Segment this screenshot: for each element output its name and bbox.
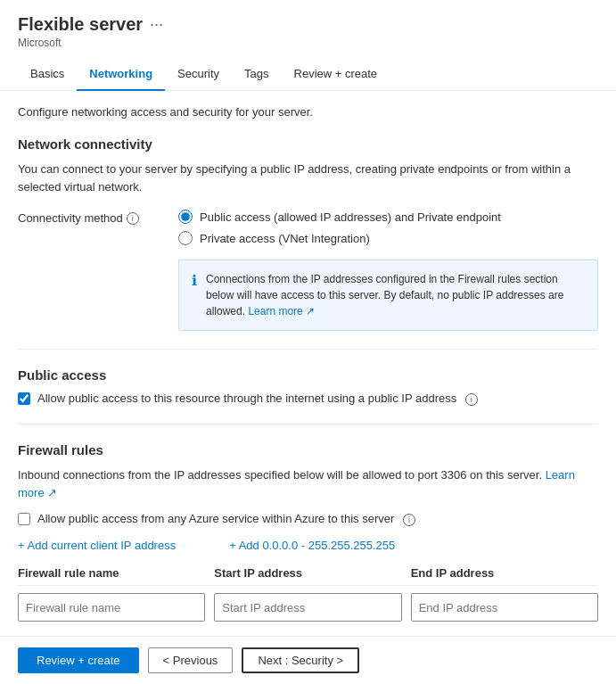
more-options-icon[interactable]: ··· (150, 15, 163, 34)
public-access-checkbox-row: Allow public access to this resource thr… (18, 391, 598, 406)
next-button[interactable]: Next : Security > (242, 647, 359, 673)
col-header-end: End IP address (411, 566, 598, 580)
add-client-ip-link[interactable]: + Add current client IP address (18, 539, 176, 552)
tab-basics[interactable]: Basics (18, 58, 77, 91)
page-header: Flexible server ··· Microsoft (0, 0, 616, 49)
col-header-name: Firewall rule name (18, 566, 205, 580)
review-create-button[interactable]: Review + create (18, 647, 139, 673)
connectivity-method-row: Connectivity method i Public access (all… (18, 210, 598, 245)
col-header-start: Start IP address (214, 566, 401, 580)
firewall-rule-name-input[interactable] (18, 593, 205, 622)
divider-1 (18, 349, 598, 350)
public-access-title: Public access (18, 367, 598, 383)
allow-azure-checkbox-row: Allow public access from any Azure servi… (18, 512, 598, 526)
public-access-section: Public access Allow public access to thi… (18, 367, 598, 406)
tab-review-create[interactable]: Review + create (282, 58, 390, 91)
previous-button[interactable]: < Previous (148, 647, 234, 673)
page-description: Configure networking access and security… (18, 105, 598, 119)
tab-security[interactable]: Security (165, 58, 232, 91)
info-box-text: Connections from the IP addresses config… (206, 271, 585, 319)
allow-azure-label[interactable]: Allow public access from any Azure servi… (37, 512, 415, 526)
end-ip-input[interactable] (411, 593, 598, 622)
firewall-section: Firewall rules Inbound connections from … (18, 442, 598, 622)
add-range-link[interactable]: + Add 0.0.0.0 - 255.255.255.255 (229, 539, 395, 552)
divider-2 (18, 424, 598, 424)
firewall-table-header: Firewall rule name Start IP address End … (18, 566, 598, 586)
firewall-table: Firewall rule name Start IP address End … (18, 566, 598, 622)
network-connectivity-title: Network connectivity (18, 136, 598, 152)
firewall-title: Firewall rules (18, 442, 598, 457)
tab-bar: Basics Networking Security Tags Review +… (0, 58, 616, 91)
network-connectivity-description: You can connect to your server by specif… (18, 161, 598, 195)
page-title: Flexible server (18, 14, 143, 35)
learn-more-link-connectivity[interactable]: Learn more ↗ (248, 305, 315, 317)
footer: Review + create < Previous Next : Securi… (0, 636, 616, 684)
radio-private-access[interactable]: Private access (VNet Integration) (178, 231, 501, 245)
allow-azure-checkbox[interactable] (18, 513, 30, 525)
firewall-input-row (18, 593, 598, 622)
firewall-info-box: ℹ Connections from the IP addresses conf… (178, 260, 598, 331)
provider-label: Microsoft (18, 37, 598, 49)
allow-azure-info-icon[interactable]: i (403, 514, 415, 526)
public-access-info-icon[interactable]: i (465, 393, 478, 406)
connectivity-info-icon[interactable]: i (127, 212, 139, 225)
main-content: Configure networking access and security… (0, 91, 616, 684)
connectivity-options: Public access (allowed IP addresses) and… (178, 210, 501, 245)
add-links-row: + Add current client IP address + Add 0.… (18, 539, 598, 552)
connectivity-method-label: Connectivity method i (18, 210, 160, 225)
start-ip-input[interactable] (214, 593, 401, 622)
info-icon: ℹ (192, 272, 197, 319)
tab-tags[interactable]: Tags (232, 58, 281, 91)
firewall-description: Inbound connections from the IP addresse… (18, 466, 598, 501)
radio-public-access[interactable]: Public access (allowed IP addresses) and… (178, 210, 501, 224)
tab-networking[interactable]: Networking (77, 58, 165, 91)
public-access-label[interactable]: Allow public access to this resource thr… (37, 391, 478, 406)
public-access-checkbox[interactable] (18, 392, 30, 405)
